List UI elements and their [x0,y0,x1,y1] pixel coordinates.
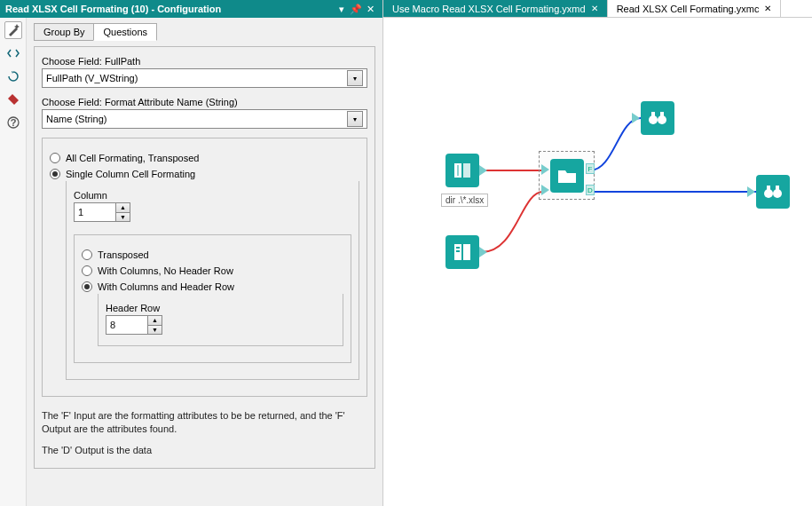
panel-pin-icon[interactable]: 📌 [349,4,363,15]
tab-group-by[interactable]: Group By [34,23,94,41]
svg-rect-16 [776,186,779,190]
binoculars-icon [762,181,784,202]
macro-tool-node[interactable] [550,159,584,193]
field1-dropdown[interactable]: FullPath (V_WString) ▾ [42,68,367,88]
questions-group: Choose Field: FullPath FullPath (V_WStri… [34,46,375,469]
field2-dropdown[interactable]: Name (String) ▾ [42,109,367,129]
text-input-tool-node[interactable] [445,235,479,269]
single-column-group: x Column 1 ▲ ▼ Transpose [66,181,359,380]
tab-questions[interactable]: Questions [93,23,157,41]
svg-rect-6 [463,244,470,260]
radio-withcols-hdr[interactable]: With Columns and Header Row [82,281,343,292]
spinner-up-icon[interactable]: ▲ [115,203,130,213]
radio-icon [50,153,60,163]
anchor-in-icon [541,164,549,175]
tag-icon[interactable] [4,91,22,108]
spinner: ▲ ▼ [115,203,130,221]
svg-text:?: ? [10,117,16,128]
formating-options-group: All Cell Formating, Transposed Single Co… [42,138,367,397]
dropdown-arrow-icon[interactable]: ▾ [347,70,363,86]
dropdown-arrow-icon[interactable]: ▾ [347,111,363,127]
svg-rect-3 [463,163,470,178]
anchor-out-icon [479,165,487,176]
panel-dropdown-icon[interactable]: ▾ [335,4,349,15]
panel-body: ? Group By Questions Choose Field: FullP… [0,18,382,506]
radio-withcols-hdr-label: With Columns and Header Row [98,281,234,292]
config-tabs: Group By Questions [34,23,375,41]
doc-tab-2[interactable]: Read XLSX Cell Formating.yxmc ✕ [608,0,782,17]
spinner-up-icon[interactable]: ▲ [147,316,162,326]
radio-icon [82,265,92,276]
text-input-icon [452,241,473,263]
anchor-in-icon [541,185,549,195]
anchor-in-icon [747,186,755,197]
field2-value: Name (String) [46,114,347,124]
configuration-panel: Read XLSX Cell Formating (10) - Configur… [0,0,383,506]
help-text-2: The 'D' Output is the data [42,444,367,457]
wand-icon[interactable] [4,21,22,39]
workflow-panel: Use Macro Read XLSX Cell Formating.yxmd … [383,0,812,506]
spinner-down-icon[interactable]: ▼ [147,326,162,335]
svg-rect-11 [651,112,655,116]
anchor-f-label: F [586,163,595,174]
browse-tool-node-d[interactable] [756,175,790,209]
radio-icon [82,249,92,260]
wire-textinput-to-macro [482,192,543,252]
svg-point-10 [658,115,666,124]
directory-tool-node[interactable] [445,154,479,187]
svg-rect-12 [660,112,664,116]
svg-rect-15 [767,186,770,190]
wire-macro-to-browse-f [590,118,641,170]
help-icon[interactable]: ? [4,114,22,131]
header-row-value: 8 [106,316,147,334]
radio-withcols-nohdr-label: With Columns, No Header Row [98,265,233,276]
column-stepper[interactable]: 1 ▲ ▼ [74,202,130,222]
close-icon[interactable]: ✕ [591,4,598,13]
doc-tab-1[interactable]: Use Macro Read XLSX Cell Formating.yxmd … [383,0,608,17]
header-row-label: Header Row [106,303,335,313]
spinner-down-icon[interactable]: ▼ [115,213,130,222]
column-layout-group: Transposed With Columns, No Header Row W… [74,234,351,363]
help-text-1: The 'F' Input are the formatting attribu… [42,409,367,437]
header-row-group: x Header Row 8 ▲ ▼ [98,294,343,346]
field1-label: Choose Field: FullPath [42,56,367,67]
radio-all-label: All Cell Formating, Transposed [66,153,199,163]
column-label: Column [74,190,351,201]
config-toolbar: ? [0,18,27,506]
radio-transposed[interactable]: Transposed [82,249,343,260]
directory-icon [452,160,473,181]
anchor-d-label: D [586,185,595,195]
doc-tab-1-label: Use Macro Read XLSX Cell Formating.yxmd [392,4,586,14]
field1-value: FullPath (V_WString) [46,73,347,83]
workflow-canvas[interactable]: dir .\*.xlsx F D [383,18,812,506]
column-value: 1 [75,203,115,221]
radio-all-cell[interactable]: All Cell Formating, Transposed [50,153,359,163]
panel-close-icon[interactable]: ✕ [363,4,377,15]
browse-tool-node-f[interactable] [641,101,674,135]
radio-transposed-label: Transposed [98,249,149,260]
svg-point-9 [649,115,658,124]
radio-icon [50,169,60,179]
panel-title: Read XLSX Cell Formating (10) - Configur… [5,4,335,14]
refresh-icon[interactable] [4,67,22,85]
anchor-in-icon [632,113,640,123]
panel-header: Read XLSX Cell Formating (10) - Configur… [0,0,382,18]
svg-rect-7 [456,247,460,249]
folder-icon [556,165,578,186]
radio-single-label: Single Column Cell Formating [66,169,195,179]
document-tabs: Use Macro Read XLSX Cell Formating.yxmd … [383,0,812,18]
radio-withcols-nohdr[interactable]: With Columns, No Header Row [82,265,343,276]
field2-label: Choose Field: Format Attribute Name (Str… [42,97,367,107]
spinner: ▲ ▼ [147,316,162,334]
header-row-stepper[interactable]: 8 ▲ ▼ [106,315,162,335]
close-icon[interactable]: ✕ [764,4,771,13]
radio-single-column[interactable]: Single Column Cell Formating [50,169,359,179]
code-icon[interactable] [4,44,22,62]
config-area: Group By Questions Choose Field: FullPat… [27,18,382,506]
doc-tab-2-label: Read XLSX Cell Formating.yxmc [617,4,760,14]
svg-point-14 [773,189,782,198]
anchor-out-icon [479,247,487,257]
svg-rect-8 [456,250,460,252]
directory-node-label: dir .\*.xlsx [441,194,488,207]
radio-icon [82,281,92,292]
